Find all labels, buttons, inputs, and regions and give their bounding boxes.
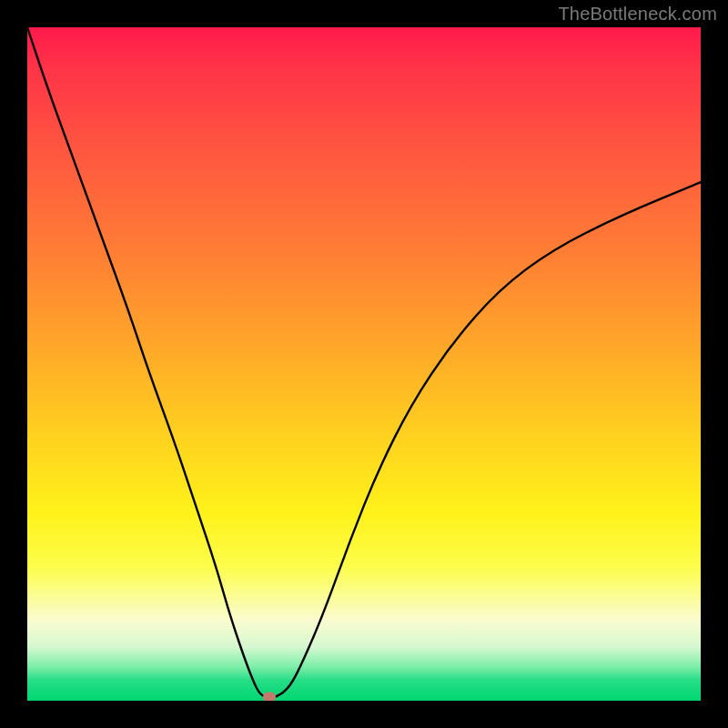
plot-area [27, 27, 701, 701]
bottleneck-curve [27, 27, 701, 701]
chart-frame: TheBottleneck.com [0, 0, 728, 728]
watermark-text: TheBottleneck.com [558, 4, 717, 25]
curve-path [27, 27, 701, 697]
min-marker-dot [263, 693, 276, 701]
